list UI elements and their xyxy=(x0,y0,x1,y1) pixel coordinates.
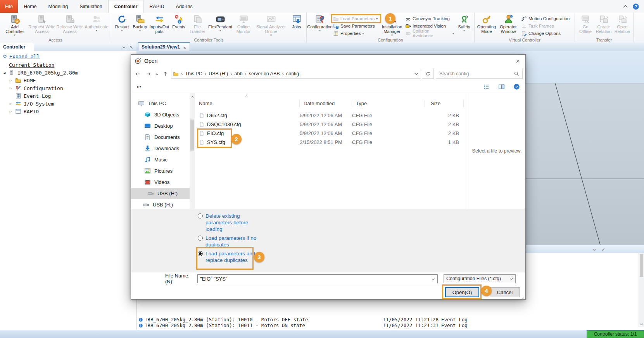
event-log-row[interactable]: IRB_6700_205kg_2.80m (Station): 10011 - … xyxy=(138,322,637,328)
dialog-title-bar[interactable]: Open xyxy=(131,55,525,67)
column-name[interactable]: Name xyxy=(195,100,300,107)
file-type-select[interactable]: Configuration Files (*.cfg) xyxy=(444,274,516,283)
place-downloads[interactable]: Downloads xyxy=(131,143,190,154)
operator-window-button[interactable]: i Operator Window xyxy=(497,14,519,37)
expander-collapsed-icon[interactable]: ▷ xyxy=(9,78,13,82)
go-offline-button[interactable]: Go Offline xyxy=(577,14,594,37)
inputs-outputs-button[interactable]: Inputs/Outputs xyxy=(149,14,169,37)
panel-menu-icon[interactable] xyxy=(122,45,126,49)
breadcrumb-abb[interactable]: abb xyxy=(234,71,242,76)
tab-controller[interactable]: Controller xyxy=(108,0,144,13)
tab-file[interactable]: File xyxy=(0,0,18,13)
forward-button[interactable] xyxy=(143,69,153,78)
tree-item-current-station[interactable]: Current Station xyxy=(0,61,136,69)
file-name-dropdown-icon[interactable] xyxy=(431,277,435,281)
place-usb-h[interactable]: USB (H:) xyxy=(131,188,190,199)
collision-avoidance-button[interactable]: Collision Avoidance▾ xyxy=(404,30,455,37)
tree-item-rapid[interactable]: ▷ RAPID xyxy=(0,107,136,115)
create-relation-button[interactable]: Create Relation xyxy=(595,14,613,37)
address-bar[interactable]: › This PC › USB (H:) › abb › server on A… xyxy=(171,69,421,79)
breadcrumb-server-on-abb[interactable]: server on ABB xyxy=(249,71,280,76)
dialog-help-icon[interactable]: ? xyxy=(513,83,520,90)
tree-item-io-system[interactable]: ▷ I/O System xyxy=(0,100,136,107)
events-button[interactable]: i Events xyxy=(170,14,187,37)
expander-expanded-icon[interactable]: ◢ xyxy=(2,71,7,75)
file-name-input[interactable]: "EIO" "SYS" xyxy=(197,274,438,283)
expander-collapsed-icon[interactable]: ▷ xyxy=(9,86,13,90)
tree-item-home[interactable]: ▷ HOME xyxy=(0,76,136,84)
column-type[interactable]: Type xyxy=(352,100,425,107)
panel-close-icon[interactable] xyxy=(129,45,133,49)
release-write-access-button[interactable]: Release Write Access xyxy=(56,14,83,37)
column-date-modified[interactable]: Date modified xyxy=(300,100,352,107)
sort-ascending-icon[interactable] xyxy=(244,94,249,97)
motion-configuration-button[interactable]: Motion Configuration xyxy=(520,15,573,22)
place-pictures[interactable]: Pictures xyxy=(131,165,190,177)
scrollbar-thumb[interactable] xyxy=(190,120,194,151)
signal-analyzer-online-button[interactable]: Signal Analyzer Online▾ xyxy=(254,14,288,37)
up-button[interactable] xyxy=(161,69,170,78)
tab-add-ins[interactable]: Add-Ins xyxy=(170,0,199,13)
tab-modeling[interactable]: Modeling xyxy=(43,0,74,13)
tree-item-controller[interactable]: ◢ IRB_6700_205kg_2.80m xyxy=(0,69,136,76)
event-log-row[interactable]: IRB_6700_205kg_2.80m (Station): 10010 - … xyxy=(138,317,637,322)
breadcrumb-config[interactable]: config xyxy=(286,71,299,76)
radio-delete-existing[interactable]: Delete existing parameters before loadin… xyxy=(198,213,266,232)
online-monitor-button[interactable]: Online Monitor xyxy=(234,14,253,37)
place-videos[interactable]: Videos xyxy=(131,177,190,188)
properties-button[interactable]: Properties▾ xyxy=(332,30,380,37)
load-parameters-button[interactable]: Load Parameters▾ 1 xyxy=(332,15,380,22)
file-row-dsqc1030[interactable]: DSQC1030.cfg 5/9/2022 12:06 AM CFG File … xyxy=(195,120,468,129)
jobs-button[interactable]: Jobs xyxy=(289,14,304,37)
place-desktop[interactable]: Desktop xyxy=(131,120,190,132)
configuration-button[interactable]: Configuration▾ xyxy=(309,14,331,37)
scroll-down-icon[interactable] xyxy=(639,322,644,326)
document-tab-close-icon[interactable] xyxy=(183,45,186,49)
sidebar-scrollbar[interactable] xyxy=(190,93,195,209)
place-music[interactable]: Music xyxy=(131,154,190,165)
change-options-button[interactable]: Change Options xyxy=(520,30,573,37)
refresh-button[interactable] xyxy=(422,69,434,79)
breadcrumb-this-pc[interactable]: This PC xyxy=(185,71,202,76)
resize-grip[interactable] xyxy=(520,295,524,299)
expander-collapsed-icon[interactable]: ▷ xyxy=(9,102,13,106)
dialog-close-button[interactable] xyxy=(510,55,525,67)
output-scrollbar[interactable] xyxy=(639,253,644,327)
recent-locations-button[interactable] xyxy=(154,69,159,78)
tab-home[interactable]: Home xyxy=(18,0,42,13)
tab-simulation[interactable]: Simulation xyxy=(74,0,108,13)
restart-button[interactable]: Restart▾ xyxy=(113,14,131,37)
flexpendant-button[interactable]: FlexPendant▾ xyxy=(207,14,233,37)
open-button[interactable]: Open(O) xyxy=(445,287,479,297)
place-documents[interactable]: Documents xyxy=(131,132,190,143)
collapse-ribbon-icon[interactable] xyxy=(622,3,628,10)
back-button[interactable] xyxy=(133,69,142,78)
scroll-up-icon[interactable] xyxy=(190,94,194,98)
expander-collapsed-icon[interactable]: ▷ xyxy=(9,109,13,113)
request-write-access-button[interactable]: Request Write Access xyxy=(28,14,55,37)
list-view-icon[interactable] xyxy=(483,83,490,90)
expand-all-link[interactable]: Expand all xyxy=(9,54,40,59)
column-size[interactable]: Size xyxy=(425,100,464,107)
organize-dropdown[interactable]: ●▾ xyxy=(136,85,141,89)
operating-mode-button[interactable]: Operating Mode xyxy=(477,14,497,37)
breadcrumb-usb[interactable]: USB (H:) xyxy=(209,71,228,76)
tree-item-event-log[interactable]: Event Log xyxy=(0,92,136,100)
place-3d-objects[interactable]: 3D Objects xyxy=(131,109,190,120)
authenticate-button[interactable]: Authenticate▾ xyxy=(84,14,109,37)
open-relation-button[interactable]: Open Relation xyxy=(613,14,631,37)
save-parameters-button[interactable]: Save Parameters xyxy=(332,23,380,29)
output-panel-close-icon[interactable] xyxy=(601,247,605,251)
cancel-button[interactable]: Cancel xyxy=(490,287,520,297)
output-panel-menu-icon[interactable] xyxy=(592,247,596,251)
address-dropdown-icon[interactable] xyxy=(414,71,419,76)
place-usb-h-2[interactable]: USB (H:) xyxy=(131,199,190,209)
preview-pane-icon[interactable] xyxy=(498,83,505,90)
search-input[interactable]: Search config xyxy=(436,69,523,79)
help-icon[interactable]: ? xyxy=(632,3,639,10)
place-this-pc[interactable]: This PC xyxy=(131,98,190,109)
file-transfer-button[interactable]: File Transfer xyxy=(188,14,207,37)
file-row-d652[interactable]: D652.cfg 5/9/2022 12:06 AM CFG File 2 KB xyxy=(195,111,468,120)
tab-rapid[interactable]: RAPID xyxy=(143,0,170,13)
add-controller-button[interactable]: Add Controller▾ xyxy=(2,14,28,37)
